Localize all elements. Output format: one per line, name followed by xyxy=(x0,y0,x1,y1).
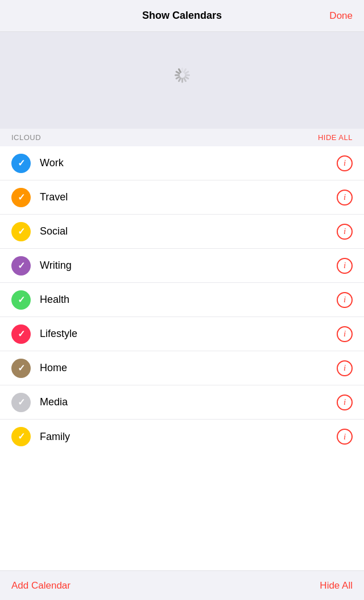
calendar-item[interactable]: ✓Healthi xyxy=(0,283,364,317)
calendar-item[interactable]: ✓Worki xyxy=(0,146,364,180)
calendar-item[interactable]: ✓Writingi xyxy=(0,249,364,283)
calendar-item[interactable]: ✓Traveli xyxy=(0,180,364,215)
check-circle: ✓ xyxy=(11,154,31,173)
info-button[interactable]: i xyxy=(337,292,353,308)
info-button[interactable]: i xyxy=(337,326,353,342)
info-button[interactable]: i xyxy=(337,429,353,445)
check-icon: ✓ xyxy=(18,398,25,407)
check-circle: ✓ xyxy=(11,256,31,276)
hide-all-button[interactable]: HIDE ALL xyxy=(318,133,353,142)
calendar-name: Writing xyxy=(40,260,337,272)
info-icon: i xyxy=(344,227,346,236)
info-icon: i xyxy=(344,295,346,305)
info-icon: i xyxy=(344,329,346,339)
info-icon: i xyxy=(344,363,346,373)
info-button[interactable]: i xyxy=(337,258,353,274)
calendar-item[interactable]: ✓Familyi xyxy=(0,420,364,454)
calendar-name: Family xyxy=(40,431,337,443)
add-calendar-button[interactable]: Add Calendar xyxy=(11,580,71,591)
check-icon: ✓ xyxy=(18,193,25,202)
hide-all-footer-button[interactable]: Hide All xyxy=(320,580,353,591)
footer: Add Calendar Hide All xyxy=(0,570,364,600)
calendar-item[interactable]: ✓Lifestylei xyxy=(0,317,364,351)
check-circle: ✓ xyxy=(11,188,31,207)
check-circle: ✓ xyxy=(11,359,31,378)
calendar-name: Travel xyxy=(40,191,337,203)
check-circle: ✓ xyxy=(11,290,31,310)
calendar-list: ✓Worki✓Traveli✓Sociali✓Writingi✓Healthi✓… xyxy=(0,146,364,570)
info-icon: i xyxy=(344,397,346,407)
calendar-name: Home xyxy=(40,362,337,374)
check-circle: ✓ xyxy=(11,393,31,412)
check-icon: ✓ xyxy=(18,364,25,373)
info-button[interactable]: i xyxy=(337,155,353,171)
info-button[interactable]: i xyxy=(337,224,353,240)
calendar-item[interactable]: ✓Sociali xyxy=(0,215,364,249)
calendar-name: Lifestyle xyxy=(40,328,337,340)
page-title: Show Calendars xyxy=(142,10,222,22)
section-header: ICLOUD HIDE ALL xyxy=(0,129,364,146)
check-icon: ✓ xyxy=(18,261,25,270)
header: Show Calendars Done xyxy=(0,0,364,32)
check-icon: ✓ xyxy=(18,227,25,236)
check-icon: ✓ xyxy=(18,330,25,339)
info-button[interactable]: i xyxy=(337,394,353,410)
check-icon: ✓ xyxy=(18,432,25,441)
calendar-name: Social xyxy=(40,225,337,237)
calendar-item[interactable]: ✓Mediai xyxy=(0,385,364,420)
check-circle: ✓ xyxy=(11,222,31,241)
section-label: ICLOUD xyxy=(11,133,41,142)
loading-area xyxy=(0,32,364,129)
calendar-name: Work xyxy=(40,157,337,169)
info-icon: i xyxy=(344,192,346,202)
calendar-name: Health xyxy=(40,294,337,306)
check-icon: ✓ xyxy=(18,159,25,168)
check-icon: ✓ xyxy=(18,295,25,305)
check-circle: ✓ xyxy=(11,427,31,446)
info-button[interactable]: i xyxy=(337,360,353,376)
done-button[interactable]: Done xyxy=(329,10,353,22)
info-button[interactable]: i xyxy=(337,190,353,206)
info-icon: i xyxy=(344,158,346,168)
calendar-name: Media xyxy=(40,396,337,408)
info-icon: i xyxy=(344,432,346,442)
spinner xyxy=(172,70,192,91)
check-circle: ✓ xyxy=(11,324,31,344)
info-icon: i xyxy=(344,261,346,270)
calendar-item[interactable]: ✓Homei xyxy=(0,351,364,385)
